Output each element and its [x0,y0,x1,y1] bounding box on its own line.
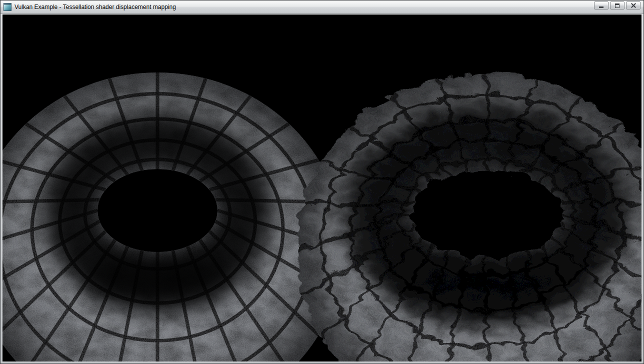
scene-svg [2,14,642,362]
window-title: Vulkan Example - Tessellation shader dis… [14,4,591,10]
app-window: Vulkan Example - Tessellation shader dis… [0,0,644,364]
maximize-icon [615,4,620,8]
title-bar[interactable]: Vulkan Example - Tessellation shader dis… [0,0,644,14]
window-controls [594,2,640,12]
render-viewport[interactable] [2,14,642,362]
maximize-button[interactable] [610,2,624,10]
close-icon [631,3,636,8]
app-icon[interactable] [4,3,12,11]
close-button[interactable] [626,2,640,10]
minimize-button[interactable] [594,2,608,10]
minimize-icon [599,6,604,8]
